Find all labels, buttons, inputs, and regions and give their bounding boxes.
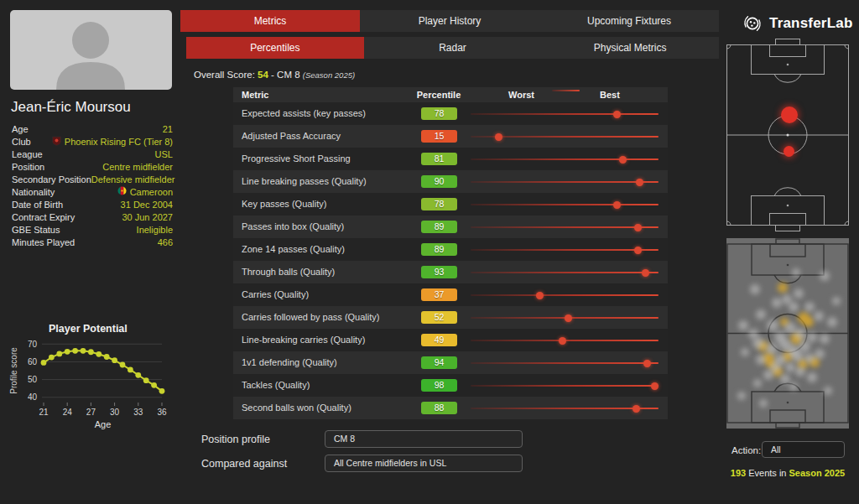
percentile-track	[471, 113, 659, 115]
percentile-dot	[565, 314, 572, 322]
info-value: 30 Jun 2027	[122, 212, 173, 222]
info-value: Phoenix Rising FC (Tier 8)	[52, 136, 173, 148]
brand-name: TransferLab	[769, 15, 853, 32]
info-label: League	[12, 149, 43, 159]
player-info-row: Contract Expiry 30 Jun 2027	[12, 210, 173, 223]
percentile-dot	[633, 405, 640, 413]
metric-name: Key passes (Quality)	[242, 199, 326, 209]
heatmap-dot	[792, 351, 804, 362]
heatmap-dot	[820, 334, 830, 344]
heatmap-dot	[832, 297, 841, 305]
info-label: Contract Expiry	[12, 212, 75, 222]
heatmap-dot	[759, 399, 768, 408]
transferlab-ball-icon	[742, 13, 763, 34]
heatmap-dot	[804, 302, 815, 312]
overall-score-label: Overall Score:	[194, 70, 255, 80]
compared-against-select[interactable]: All Centre midfielders in USL	[325, 455, 523, 472]
tab-player-history[interactable]: Player History	[360, 10, 539, 32]
percentile-dot	[613, 201, 621, 209]
player-potential-chart: 40506070212427303336Profile scoreAge	[7, 334, 172, 433]
metric-row: Line-breaking carries (Quality) 49	[233, 329, 668, 351]
player-info-row: Minutes Played 466	[12, 236, 173, 248]
player-info-row: Secondary Position Defensive midfielder	[12, 173, 173, 185]
info-label: Position	[12, 162, 44, 172]
percentile-dot	[651, 382, 659, 390]
tab-radar[interactable]: Radar	[364, 37, 542, 59]
svg-text:30: 30	[110, 408, 120, 417]
heatmap-dot	[767, 320, 778, 331]
percentile-table: Metric Percentile Worst Best Expected as…	[233, 87, 668, 419]
metric-row: Adjusted Pass Accuracy 15	[233, 125, 668, 148]
percentile-badge: 15	[421, 130, 457, 143]
position-profile-label: Position profile	[201, 434, 270, 445]
percentile-badge: 93	[421, 266, 457, 278]
percentile-dot	[613, 111, 621, 118]
event-pitch	[726, 39, 849, 231]
percentile-rows: Expected assists (key passes) 78 Adjuste…	[233, 102, 668, 419]
overall-score-profile: CM 8	[277, 70, 299, 80]
overall-score-season: (Season 2025)	[303, 70, 355, 80]
heatmap-dot	[741, 348, 749, 356]
cameroon-flag-icon	[117, 186, 127, 195]
overall-score-line: Overall Score: 54 - CM 8 (Season 2025)	[194, 70, 355, 80]
brand-logo: TransferLab	[742, 13, 853, 34]
tab-label: Physical Metrics	[594, 42, 667, 54]
svg-text:Profile score: Profile score	[9, 347, 18, 394]
percentile-dot	[619, 156, 627, 164]
metric-name: Tackles (Quality)	[242, 380, 310, 390]
heatmap-dot	[780, 374, 790, 384]
percentile-track	[471, 408, 659, 409]
percentile-track	[471, 181, 659, 183]
heatmap-dot	[785, 362, 795, 372]
secondary-tabbar: PercentilesRadarPhysical Metrics	[186, 37, 719, 59]
svg-text:60: 60	[28, 357, 38, 366]
metric-name: Zone 14 passes (Quality)	[242, 244, 345, 254]
action-select[interactable]: All	[762, 441, 845, 458]
metric-name: Line breaking passes (Quality)	[242, 176, 367, 186]
percentile-badge: 49	[421, 334, 457, 346]
player-info-row: Nationality Cameroon	[12, 185, 173, 198]
info-value: Centre midfielder	[102, 162, 173, 172]
percentile-dot	[495, 133, 502, 141]
metric-name: Second balls won (Quality)	[242, 403, 351, 413]
svg-text:27: 27	[86, 408, 96, 417]
percentile-track	[471, 340, 659, 341]
events-summary: 193 Events in Season 2025	[718, 468, 857, 478]
percentile-dot	[634, 224, 642, 231]
metric-row: Through balls (Quality) 93	[233, 261, 668, 283]
metric-name: Carries (Quality)	[242, 289, 309, 299]
metric-name: Passes into box (Quality)	[242, 221, 344, 231]
overall-score-separator: -	[271, 70, 274, 80]
info-value: Defensive midfielder	[91, 174, 175, 184]
tab-physical-metrics[interactable]: Physical Metrics	[541, 37, 719, 59]
metric-name: Through balls (Quality)	[242, 267, 335, 277]
tab-percentiles[interactable]: Percentiles	[186, 37, 364, 59]
header-worst: Worst	[508, 90, 534, 100]
svg-text:24: 24	[63, 408, 73, 417]
tab-metrics[interactable]: Metrics	[180, 10, 360, 32]
tab-label: Upcoming Fixtures	[587, 15, 671, 27]
heatmap-dot	[789, 302, 799, 312]
heatmap-dot	[766, 343, 778, 355]
percentile-table-header: Metric Percentile Worst Best	[233, 87, 668, 102]
heatmap-dot	[772, 298, 782, 308]
heatmap-dot	[753, 379, 762, 387]
info-value: Ineligible	[137, 225, 173, 235]
percentile-track	[471, 204, 659, 205]
metric-row: Carries followed by pass (Quality) 52	[233, 306, 668, 329]
tab-upcoming-fixtures[interactable]: Upcoming Fixtures	[539, 10, 719, 32]
heatmap-dot	[738, 320, 748, 330]
percentile-badge: 98	[421, 379, 457, 392]
percentile-dot	[559, 337, 566, 345]
position-profile-select[interactable]: CM 8	[325, 430, 523, 448]
heatmap-dot	[763, 370, 773, 380]
metric-row: Zone 14 passes (Quality) 89	[233, 238, 668, 261]
heatmap-dot	[804, 317, 814, 327]
heatmap-dot	[750, 284, 760, 294]
compared-against-label: Compared against	[201, 458, 287, 470]
metric-row: Carries (Quality) 37	[233, 283, 668, 306]
player-info-row: Club Phoenix Rising FC (Tier 8)	[12, 135, 173, 148]
metric-row: 1v1 defending (Quality) 94	[233, 351, 668, 374]
percentile-badge: 78	[421, 198, 457, 210]
metric-row: Tackles (Quality) 98	[233, 374, 668, 397]
